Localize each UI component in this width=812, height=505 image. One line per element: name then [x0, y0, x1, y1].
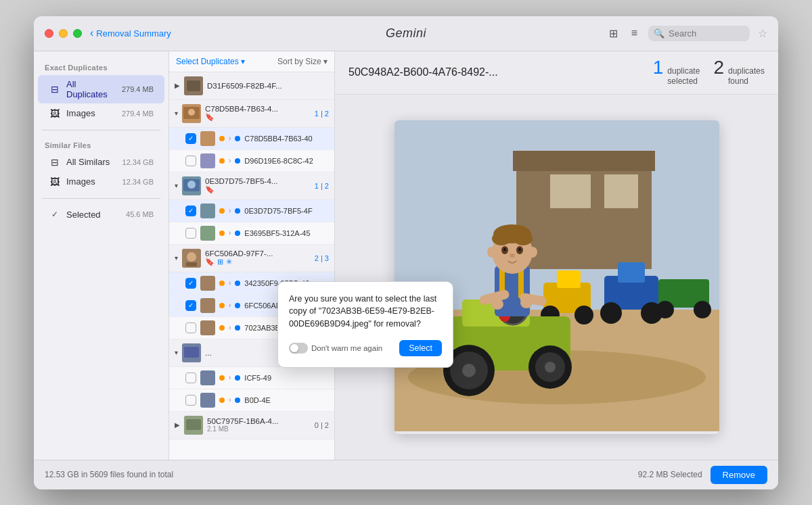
file-thumb-f3 [200, 203, 215, 218]
file-row-f3[interactable]: ✓ › 0E3D7D75-7BF5-4F [169, 200, 334, 222]
remove-button[interactable]: Remove [710, 466, 767, 484]
sidebar-item-all-duplicates[interactable]: ⊟ All Duplicates 279.4 MB [38, 75, 164, 103]
stat-found-label: duplicatesfound [728, 66, 765, 87]
dot-orange-f3 [219, 208, 225, 214]
search-icon: 🔍 [654, 28, 664, 39]
svg-point-64 [518, 247, 521, 251]
file-thumb-f8 [200, 370, 215, 385]
svg-point-63 [503, 247, 506, 251]
search-bar: 🔍 [648, 26, 750, 41]
bottom-bar: 12.53 GB in 5609 files found in total 92… [34, 460, 778, 489]
group-header-d3[interactable]: ▶ D31F6509-F82B-4F... [169, 72, 334, 100]
titlebar: ‹ Removal Summary Gemini ⊞ ≡ 🔍 ☆ [34, 16, 778, 51]
thumb-image-d3 [184, 76, 203, 95]
app-title: Gemini [386, 26, 426, 41]
bottom-right: 92.2 MB Selected Remove [638, 466, 767, 484]
sidebar-item-all-similars[interactable]: ⊟ All Similars 12.34 GB [38, 153, 164, 172]
dont-warn-toggle[interactable]: Don't warn me again [289, 343, 382, 354]
dot-orange-f9 [219, 398, 225, 403]
sidebar-item-images[interactable]: 🖼 Images 279.4 MB [38, 104, 164, 123]
file-row-f4[interactable]: › E3695BF5-312A-45 [169, 222, 334, 245]
images-similar-icon: 🖼 [49, 176, 61, 187]
dot-orange-f8 [219, 375, 225, 381]
group-header-c7[interactable]: ▾ C78D5BB4-7B63-4... 🔖 [169, 100, 334, 128]
similar-files-header: Similar Files [34, 137, 168, 152]
group-header-6f[interactable]: ▾ 6FC506AD-97F7-... 🔖 [169, 245, 334, 272]
arrow-icon-f5: › [229, 279, 231, 287]
bookmark-icon-6f: 🔖 [205, 258, 215, 266]
back-label: Removal Summary [96, 28, 171, 39]
selected-label: Selected [66, 210, 120, 220]
sidebar: Exact Duplicates ⊟ All Duplicates 279.4 … [34, 51, 169, 460]
toggle-switch[interactable] [289, 343, 308, 354]
file-checkbox-f6[interactable]: ✓ [185, 300, 196, 311]
svg-rect-6 [200, 153, 215, 168]
sort-button[interactable]: Sort by Size ▾ [277, 57, 328, 66]
file-row-f8[interactable]: › ICF5-49 [169, 367, 334, 389]
dot-blue-f5 [235, 281, 240, 286]
bookmark-icon-0e: 🔖 [205, 185, 215, 194]
confirm-dialog: Are you sure you want to select the last… [277, 281, 453, 368]
file-checkbox-f1[interactable]: ✓ [185, 133, 196, 144]
minimize-button[interactable] [59, 29, 68, 38]
arrow-icon-f7: › [229, 324, 231, 331]
file-checkbox-f7[interactable] [185, 322, 196, 333]
titlebar-actions: ⊞ ≡ 🔍 ☆ [606, 24, 767, 43]
sidebar-item-selected[interactable]: ✓ Selected 45.6 MB [38, 206, 164, 224]
file-list-header: Select Duplicates ▾ Sort by Size ▾ [169, 51, 334, 72]
file-thumb-f5 [200, 276, 215, 291]
file-checkbox-f8[interactable] [185, 372, 196, 383]
close-button[interactable] [45, 29, 53, 38]
file-name-f4: E3695BF5-312A-45 [244, 229, 329, 237]
fullscreen-button[interactable] [73, 29, 82, 38]
images-similar-label: Images [66, 176, 117, 187]
file-row-f1[interactable]: ✓ › C78D5BB4-7B63-40 [169, 128, 334, 150]
group-thumb-6f [182, 249, 201, 268]
thumb-image-0e [182, 176, 201, 195]
svg-rect-10 [200, 203, 215, 218]
file-checkbox-f5[interactable]: ✓ [185, 278, 196, 289]
svg-rect-19 [184, 347, 199, 358]
grid-view-icon[interactable]: ⊞ [606, 24, 621, 43]
file-thumb-f9 [200, 393, 215, 408]
file-row-f2[interactable]: › D96D19E6-8C8C-42 [169, 150, 334, 172]
list-view-icon[interactable]: ≡ [629, 24, 640, 42]
sidebar-item-images-similar[interactable]: 🖼 Images 12.34 GB [38, 172, 164, 191]
file-list-pane: Select Duplicates ▾ Sort by Size ▾ ▶ [169, 51, 335, 460]
all-duplicates-size: 279.4 MB [122, 85, 154, 93]
group-header-0e[interactable]: ▾ 0E3D7D75-7BF5-4... 🔖 [169, 172, 334, 200]
file-list-scroll[interactable]: ▶ D31F6509-F82B-4F... ▾ [169, 72, 334, 460]
preview-title: 50C948A2-B600-4A76-8492-... [348, 66, 653, 78]
images-similar-size: 12.34 GB [122, 178, 154, 186]
dot-blue-f8 [235, 375, 240, 381]
group-name-d3: D31F6509-F82B-4F... [207, 82, 329, 90]
images-icon: 🖼 [49, 108, 61, 119]
file-row-f9[interactable]: › B0D-4E [169, 389, 334, 412]
file-name-f1: C78D5BB4-7B63-40 [244, 135, 329, 143]
back-button[interactable]: ‹ Removal Summary [90, 28, 171, 39]
arrow-icon-f2: › [229, 157, 231, 164]
svg-rect-39 [557, 270, 581, 288]
arrow-icon-f6: › [229, 302, 231, 309]
file-checkbox-f4[interactable] [185, 228, 196, 239]
svg-point-67 [528, 247, 537, 258]
group-name-50c7: 50C7975F-1B6A-4... [207, 417, 311, 425]
group-info-c7: C78D5BB4-7B63-4... 🔖 [205, 105, 311, 122]
dialog-select-button[interactable]: Select [399, 340, 442, 356]
star-icon[interactable]: ☆ [758, 27, 767, 40]
all-similars-size: 12.34 GB [122, 158, 154, 166]
group-header-50c7[interactable]: ▶ 50C7975F-1B6A-4... 2.1 MB 0 | 2 [169, 412, 334, 439]
dialog-box: Are you sure you want to select the last… [277, 281, 453, 368]
search-input[interactable] [669, 28, 744, 39]
svg-rect-23 [186, 419, 201, 430]
arrow-icon-f9: › [229, 396, 231, 404]
file-checkbox-f2[interactable] [185, 155, 196, 166]
stat-selected-label: duplicateselected [667, 66, 700, 87]
svg-point-33 [600, 302, 622, 324]
bookmark-icon: 🔖 [205, 113, 215, 122]
select-duplicates-button[interactable]: Select Duplicates ▾ [176, 57, 245, 66]
group-count-50c7: 0 | 2 [315, 421, 329, 429]
file-checkbox-f3[interactable]: ✓ [185, 206, 196, 216]
svg-rect-11 [200, 226, 215, 241]
file-checkbox-f9[interactable] [185, 395, 196, 406]
